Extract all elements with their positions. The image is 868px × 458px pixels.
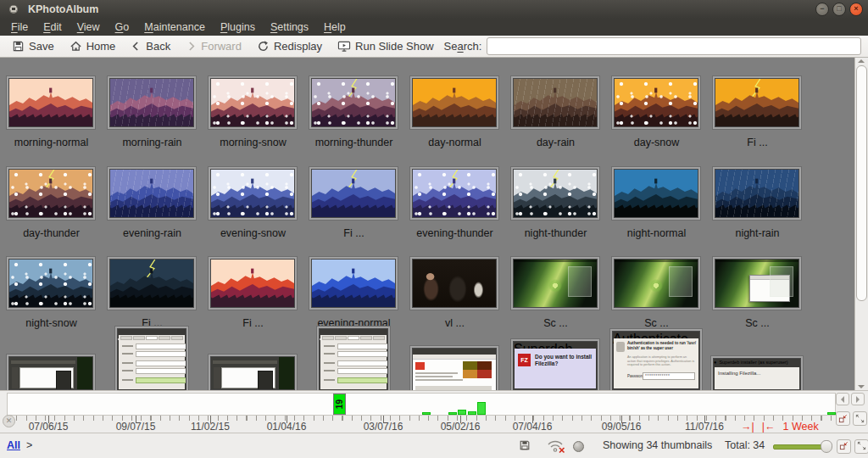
thumbnail-eveningsnow[interactable] <box>209 167 297 220</box>
thumbnail-filemanager[interactable] <box>7 355 95 390</box>
thumbnail-props-dialog[interactable] <box>317 327 390 390</box>
thumbnail-label: day-snow <box>606 137 707 148</box>
timeline-scroll-left-button[interactable] <box>836 393 849 405</box>
menu-help[interactable]: Help <box>316 20 353 35</box>
thumbnail-Fi[interactable] <box>309 167 398 220</box>
thumbnail-label: night-snow <box>1 317 102 329</box>
timeline-zoom-out-button[interactable] <box>853 411 867 426</box>
thumbnail-morningnormal[interactable] <box>7 76 95 129</box>
thumbnail-installer[interactable]: ● Superdeb installer (as superuser)Insta… <box>711 356 803 390</box>
clear-date-selection-icon[interactable]: ✕ <box>3 415 15 427</box>
menu-plugins[interactable]: Plugins <box>213 20 263 35</box>
thumbnail-label: evening-snow <box>203 227 303 239</box>
thumbnail-eveningrain[interactable] <box>108 167 196 220</box>
close-button[interactable]: × <box>849 3 863 16</box>
menu-edit[interactable]: Edit <box>36 20 70 35</box>
run-slide-show-button[interactable]: Run Slide Show <box>331 38 441 54</box>
thumbnail-Sc[interactable] <box>511 257 599 310</box>
back-button[interactable]: Back <box>124 38 177 54</box>
thumbnail-image <box>513 169 598 218</box>
thumbnail-label: Fi ... <box>303 227 404 239</box>
thumbnail-image <box>8 356 93 390</box>
thumbnail-morningrain[interactable] <box>108 76 196 129</box>
date-label: 05/02/16 <box>422 421 498 433</box>
thumbnail-Sc[interactable] <box>713 257 801 310</box>
timeline-zoom-in-button[interactable] <box>836 411 850 426</box>
forward-icon <box>186 41 197 52</box>
thumbnail-image <box>412 78 497 127</box>
thumbnail-nightnormal[interactable] <box>612 167 700 220</box>
selected-date-marker[interactable]: 19 <box>333 394 346 415</box>
thumbnail-nightthunder[interactable] <box>511 167 599 220</box>
thumbnail-nightrain[interactable] <box>713 167 801 220</box>
thumbnail-daysnow[interactable] <box>612 76 700 129</box>
toolbar-button-label: Back <box>146 40 170 53</box>
forward-button[interactable]: Forward <box>179 38 248 54</box>
thumbnail-Fi[interactable] <box>108 257 196 310</box>
thumbnail-label: Sc ... <box>707 317 808 329</box>
thumbnail-label: morning-thunder <box>303 137 404 148</box>
thumbnail-fz-dialog[interactable]: Superdeb installerFZDo you want to insta… <box>511 339 599 390</box>
toolbar-button-label: Run Slide Show <box>355 40 434 53</box>
thumbnail-nightsnow[interactable] <box>7 257 95 310</box>
arrow-left-icon <box>841 396 844 403</box>
thumbnail-browser[interactable] <box>410 346 498 390</box>
thumbnail-image <box>319 328 388 390</box>
maximize-button[interactable]: □ <box>832 3 846 16</box>
thumbnail-image <box>614 169 698 218</box>
scroll-up-icon[interactable] <box>858 59 865 63</box>
menu-settings[interactable]: Settings <box>263 20 316 35</box>
thumbnail-image <box>210 356 295 390</box>
date-histogram[interactable]: 19 <box>7 393 836 416</box>
slider-handle[interactable] <box>821 440 832 453</box>
thumbnail-filemanager[interactable] <box>209 355 297 390</box>
thumbnail-vl[interactable] <box>410 257 498 310</box>
thumbnail-morningsnow[interactable] <box>209 76 297 129</box>
histogram-bar <box>468 411 476 415</box>
search-input[interactable] <box>487 37 861 55</box>
thumbnail-image <box>311 78 396 127</box>
thumbnail-morningthunder[interactable] <box>309 76 398 129</box>
redisplay-button[interactable]: Redisplay <box>250 38 329 54</box>
vertical-scrollbar[interactable] <box>854 58 868 390</box>
thumbnail-Fi[interactable] <box>713 76 801 129</box>
statusbar: All > Showing 34 thumbnails Total: 34 <box>0 433 868 458</box>
thumbnail-dayrain[interactable] <box>511 76 599 129</box>
zoom-out-icon <box>857 441 866 453</box>
toolbar-button-label: Save <box>29 40 54 53</box>
menu-file[interactable]: File <box>3 20 36 35</box>
menu-view[interactable]: View <box>70 20 108 35</box>
thumbnail-Fi[interactable] <box>209 257 297 310</box>
scroll-down-icon[interactable] <box>858 385 865 388</box>
date-label: 09/07/15 <box>97 421 174 433</box>
minimize-button[interactable]: − <box>815 3 829 16</box>
home-button[interactable]: Home <box>63 38 123 54</box>
thumbnail-label: day-thunder <box>1 227 102 239</box>
thumbnail-auth-dialog[interactable]: AuthenticateAuthentication is needed to … <box>610 329 702 390</box>
thumbnail-props-dialog[interactable] <box>115 327 188 390</box>
thumbnail-label: Sc ... <box>505 317 606 329</box>
save-button[interactable]: Save <box>5 38 61 54</box>
thumbnail-image: ● Superdeb installer (as superuser)Insta… <box>713 358 801 390</box>
breadcrumb-all-link[interactable]: All <box>7 439 20 451</box>
statusbar-zoom-in-button[interactable] <box>837 439 851 454</box>
titlebar[interactable]: KPhotoAlbum − □ × <box>0 0 868 19</box>
menu-go[interactable]: Go <box>108 20 137 35</box>
zoom-in-icon <box>838 411 848 427</box>
thumbnail-image <box>614 78 698 127</box>
menu-maintenance[interactable]: Maintenance <box>136 20 213 35</box>
thumbnail-eveningnormal[interactable] <box>309 257 398 310</box>
thumbnail-Sc[interactable] <box>612 257 700 310</box>
zoom-out-icon <box>855 411 865 427</box>
scrollbar-thumb[interactable] <box>856 65 867 301</box>
thumbnail-daynormal[interactable] <box>410 76 498 129</box>
thumbnail-label: Fi ... <box>707 137 808 148</box>
statusbar-zoom-out-button[interactable] <box>854 439 868 454</box>
thumbnail-daythunder[interactable] <box>7 167 95 220</box>
zoom-in-icon <box>839 441 849 453</box>
toolbar-button-label: Redisplay <box>274 40 322 53</box>
total-count: Total: 34 <box>725 439 765 451</box>
thumbnail-size-slider[interactable] <box>773 444 827 450</box>
timeline-scroll-right-button[interactable] <box>851 393 865 405</box>
thumbnail-eveningthunder[interactable] <box>410 167 498 220</box>
